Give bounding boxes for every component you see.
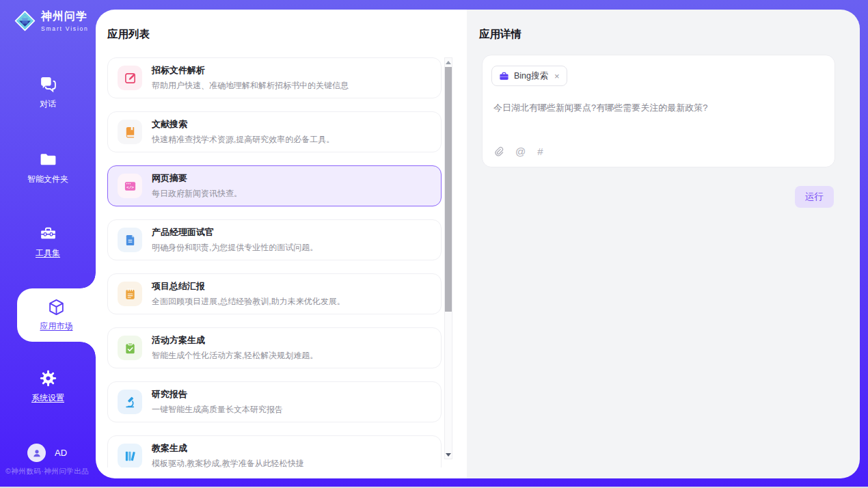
bubble-fillet-bottom [81,342,96,357]
sidebar-item-toolset[interactable]: 工具集 [0,224,96,259]
tool-chip-bing-search[interactable]: Bing搜索 × [491,66,567,86]
app-item-research-report[interactable]: 研究报告 一键智能生成高质量长文本研究报告 [107,381,442,422]
app-item-name: 产品经理面试官 [152,226,318,239]
app-item-project-summary[interactable]: 项目总结汇报 全面回顾项目进展,总结经验教训,助力未来优化发展。 [107,273,442,314]
app-item-name: 研究报告 [152,388,283,401]
cube-icon [47,298,66,316]
document-icon [118,228,142,252]
sidebar-item-settings[interactable]: 系统设置 [0,369,96,404]
query-input[interactable]: 今日湖北有哪些新闻要点?有哪些需要关注的最新政策? [493,102,824,114]
run-button[interactable]: 运行 [795,186,834,208]
paperclip-icon[interactable] [493,146,504,157]
app-item-name: 文献搜索 [152,118,334,131]
app-item-name: 活动方案生成 [152,334,318,347]
sidebar-item-label: 智能文件夹 [27,174,68,185]
clipboard-check-icon [118,336,142,360]
brand-name: 神州问学 [41,10,89,24]
copyright-text: ©神州数码·神州问学出品 [5,467,89,476]
app-item-name: 教案生成 [152,442,304,455]
folder-icon [39,150,57,169]
app-item-lesson-plan[interactable]: 教案生成 模板驱动,教案秒成,教学准备从此轻松快捷 [107,435,442,467]
brand-logo: 神州问学 Smart Vision [14,10,89,32]
book-icon [118,120,142,144]
app-item-name: 项目总结汇报 [152,280,345,293]
mention-icon[interactable]: @ [515,146,526,157]
app-item-pm-interviewer[interactable]: 产品经理面试官 明确身份和职责,为您提供专业性的面试问题。 [107,219,442,260]
app-item-desc: 快速精准查找学术资源,提高研究效率的必备工具。 [152,134,334,146]
hash-icon[interactable]: # [537,146,543,157]
books-icon [118,444,142,467]
briefcase-icon [499,71,509,81]
scrollbar[interactable] [444,57,452,459]
gear-icon [39,369,57,388]
app-item-literature-search[interactable]: 文献搜索 快速精准查找学术资源,提高研究效率的必备工具。 [107,111,442,152]
scroll-down-icon[interactable] [445,450,452,459]
app-item-name: 招标文件解析 [152,64,349,77]
app-item-bid-document-parse[interactable]: 招标文件解析 帮助用户快速、准确地理解和解析招标书中的关键信息 [107,57,442,98]
app-list-pane: 应用列表 招标文件解析 帮助用户快速、准确地理解和解析招标书中的关键信息 [96,10,467,478]
app-list-title: 应用列表 [107,27,150,42]
app-item-desc: 智能生成个性化活动方案,轻松解决规划难题。 [152,350,318,362]
tool-chip-label: Bing搜索 [514,70,548,82]
sidebar-item-app-market[interactable]: 应用市场 [17,288,96,342]
app-item-desc: 全面回顾项目进展,总结经验教训,助力未来优化发展。 [152,296,345,308]
app-detail-card: Bing搜索 × 今日湖北有哪些新闻要点?有哪些需要关注的最新政策? @ # [482,55,835,167]
app-item-desc: 模板驱动,教案秒成,教学准备从此轻松快捷 [152,458,304,467]
sidebar: 神州问学 Smart Vision 对话 智能文件夹 [0,0,96,488]
close-icon[interactable]: × [554,71,560,81]
edit-square-icon [118,66,142,90]
brand-subtitle: Smart Vision [41,25,89,32]
user-avatar [27,444,46,462]
sidebar-item-label: 系统设置 [31,392,64,404]
sidebar-item-label: 工具集 [36,247,60,259]
gem-logo-icon [14,10,36,32]
input-toolbar: @ # [493,146,543,157]
sidebar-item-label: 对话 [40,98,56,110]
app-item-desc: 每日政府新闻资讯快查。 [152,188,242,200]
app-item-desc: 一键智能生成高质量长文本研究报告 [152,404,283,416]
microscope-icon [118,390,142,414]
app-item-desc: 帮助用户快速、准确地理解和解析招标书中的关键信息 [152,80,349,92]
person-icon [31,448,42,459]
user-account[interactable]: AD [27,444,67,462]
bubble-fillet-top [81,273,96,288]
svg-text:</>: </> [126,185,133,190]
app-detail-title: 应用详情 [479,27,521,42]
app-item-name: 网页摘要 [152,172,242,185]
toolbox-icon [39,224,57,243]
scrollbar-thumb[interactable] [445,67,452,312]
app-item-web-summary[interactable]: </> 网页摘要 每日政府新闻资讯快查。 [107,165,442,206]
sidebar-item-smart-folder[interactable]: 智能文件夹 [0,150,96,185]
browser-code-icon: </> [118,174,142,198]
scroll-up-icon[interactable] [445,58,452,66]
app-item-desc: 明确身份和职责,为您提供专业性的面试问题。 [152,242,318,254]
main-panel: 应用列表 招标文件解析 帮助用户快速、准确地理解和解析招标书中的关键信息 [96,10,860,478]
notepad-icon [118,282,142,306]
sidebar-item-label: 应用市场 [40,321,73,332]
app-list: 招标文件解析 帮助用户快速、准确地理解和解析招标书中的关键信息 文献搜索 快速精… [107,57,442,467]
app-item-event-plan[interactable]: 活动方案生成 智能生成个性化活动方案,轻松解决规划难题。 [107,327,442,368]
user-initials: AD [55,448,67,458]
app-detail-pane: 应用详情 Bing搜索 × 今日湖北有哪些新闻要点?有哪些需要关注的最新政策? [467,10,860,478]
chat-icon [39,75,57,94]
sidebar-item-chat[interactable]: 对话 [0,75,96,110]
